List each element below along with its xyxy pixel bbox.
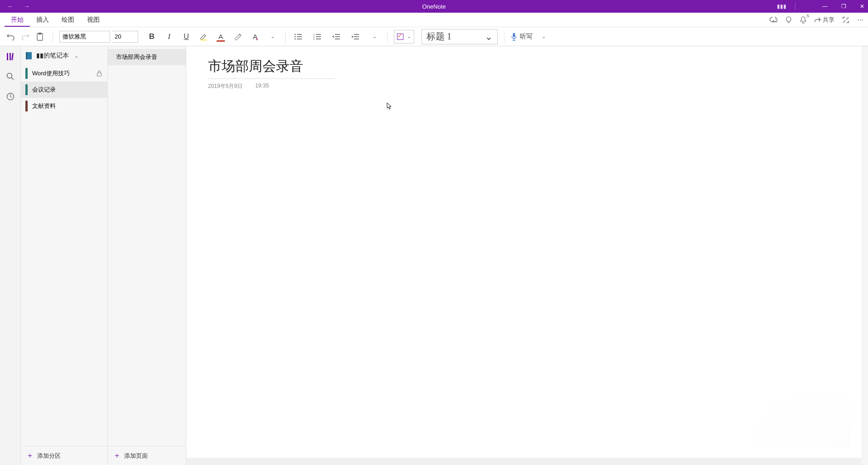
notebooks-icon[interactable] [6, 53, 15, 61]
italic-icon[interactable]: I [163, 30, 175, 43]
tab-row: 开始 插入 绘图 视图 5 共享 ⋯ [0, 13, 868, 27]
style-label: 标题 1 [427, 30, 451, 43]
svg-point-10 [7, 73, 12, 78]
page-item[interactable]: 市场部周会录音 [108, 49, 186, 65]
page-time: 19:35 [255, 82, 269, 90]
horizontal-scrollbar[interactable] [186, 458, 862, 465]
more-icon[interactable]: ⋯ [857, 16, 863, 24]
bold-icon[interactable]: B [145, 30, 158, 43]
notification-bell-icon[interactable]: 5 [800, 16, 806, 24]
redo-icon[interactable] [19, 30, 32, 43]
ribbon-toolbar: B I U A A✦ ⌄ 123 ⌄ ⌄ [0, 27, 868, 46]
chevron-down-icon: ⌄ [485, 31, 493, 42]
search-icon[interactable] [6, 73, 15, 81]
nav-rail [0, 46, 21, 465]
section-color-bar [25, 84, 28, 95]
maximize-icon[interactable]: ❐ [841, 3, 846, 10]
chevron-down-icon: ⌄ [74, 53, 78, 59]
close-icon[interactable]: ✕ [860, 3, 864, 10]
plus-icon: ＋ [26, 451, 34, 460]
titlebar-divider [795, 3, 795, 10]
font-size-input[interactable] [112, 31, 138, 43]
indent-icon[interactable] [349, 30, 362, 43]
font-color-icon[interactable]: A [214, 30, 227, 43]
fullscreen-icon[interactable] [843, 17, 849, 23]
undo-icon[interactable] [5, 30, 17, 43]
ribbon-sep-4 [504, 31, 504, 43]
section-color-bar [25, 68, 28, 79]
chevron-down-icon: ⌄ [407, 34, 411, 39]
add-page-label: 添加页面 [124, 452, 148, 460]
outdent-icon[interactable] [330, 30, 343, 43]
app-body: ▮▮的笔记本 ⌄ Word使用技巧 会议记录 文献资料 ＋ 添加分区 市场部周会… [0, 46, 868, 465]
underline-icon[interactable]: U [180, 30, 193, 43]
helper-overlay [750, 394, 850, 449]
note-canvas[interactable]: 市场部周会录音 2019年5月9日 19:35 [186, 46, 868, 465]
svg-point-5 [295, 38, 296, 39]
forward-arrow-icon[interactable]: → [24, 3, 30, 10]
svg-rect-2 [200, 39, 207, 41]
add-section-label: 添加分区 [37, 452, 61, 460]
plus-icon: ＋ [113, 451, 121, 460]
back-arrow-icon[interactable]: ← [7, 3, 14, 10]
svg-point-4 [295, 36, 296, 37]
pages-panel: 市场部周会录音 ＋ 添加页面 [108, 46, 186, 465]
svg-text:3: 3 [313, 38, 315, 40]
page-meta: 2019年5月9日 19:35 [208, 82, 846, 90]
lock-icon [97, 70, 102, 77]
page-title[interactable]: 市场部周会录音 [208, 57, 335, 79]
clear-format-icon[interactable] [232, 30, 244, 43]
sections-panel: ▮▮的笔记本 ⌄ Word使用技巧 会议记录 文献资料 ＋ 添加分区 [21, 46, 108, 465]
svg-rect-13 [26, 52, 27, 59]
section-meeting-notes[interactable]: 会议记录 [21, 82, 107, 98]
page-date: 2019年5月9日 [208, 82, 242, 90]
tab-view[interactable]: 视图 [81, 13, 106, 27]
cursor-icon [387, 102, 392, 110]
style-dropdown[interactable]: 标题 1 ⌄ [422, 29, 498, 44]
paragraph-more-chevron-icon[interactable]: ⌄ [368, 30, 381, 43]
text-effects-icon[interactable]: A✦ [249, 30, 262, 43]
app-title: OneNote [422, 3, 446, 10]
section-label: Word使用技巧 [32, 69, 70, 78]
add-page-button[interactable]: ＋ 添加页面 [108, 446, 186, 465]
section-label: 会议记录 [32, 86, 56, 94]
tab-draw[interactable]: 绘图 [55, 13, 81, 27]
svg-rect-14 [97, 73, 102, 76]
section-references[interactable]: 文献资料 [21, 98, 107, 114]
numbered-list-icon[interactable]: 123 [311, 30, 324, 43]
checkbox-icon [397, 34, 403, 40]
section-color-bar [25, 101, 28, 111]
cloud-sync-icon[interactable] [769, 17, 777, 23]
bullet-list-icon[interactable] [292, 30, 305, 43]
chevron-down-icon: ⌄ [542, 34, 546, 39]
notebook-name: ▮▮的笔记本 [36, 52, 69, 60]
notebook-icon [25, 52, 33, 60]
ribbon-sep-2 [285, 31, 286, 43]
lightbulb-icon[interactable] [786, 16, 792, 24]
minimize-icon[interactable]: — [822, 3, 828, 10]
font-name-input[interactable] [59, 31, 110, 43]
share-button[interactable]: 共享 [815, 16, 834, 24]
tab-home[interactable]: 开始 [5, 13, 30, 27]
tab-insert[interactable]: 插入 [30, 13, 55, 27]
font-more-chevron-icon[interactable]: ⌄ [266, 30, 279, 43]
svg-rect-0 [37, 34, 43, 40]
notebook-selector[interactable]: ▮▮的笔记本 ⌄ [21, 46, 107, 65]
ribbon-sep-3 [387, 31, 388, 43]
dictate-button[interactable]: 听写 ⌄ [511, 33, 546, 41]
highlight-icon[interactable] [197, 30, 210, 43]
section-label: 文献资料 [32, 102, 56, 110]
section-word-tips[interactable]: Word使用技巧 [21, 65, 107, 82]
tag-todo-dropdown[interactable]: ⌄ [394, 30, 414, 44]
share-label: 共享 [823, 16, 834, 24]
user-label[interactable]: ▮▮▮ [777, 3, 786, 10]
vertical-scrollbar[interactable] [862, 46, 868, 465]
svg-point-3 [295, 34, 296, 35]
recent-icon[interactable] [6, 92, 15, 101]
dictate-label: 听写 [520, 33, 533, 41]
clipboard-icon[interactable] [34, 30, 46, 43]
add-section-button[interactable]: ＋ 添加分区 [21, 446, 107, 465]
svg-rect-9 [513, 33, 515, 37]
ribbon-sep [53, 31, 53, 43]
microphone-icon [511, 33, 517, 41]
